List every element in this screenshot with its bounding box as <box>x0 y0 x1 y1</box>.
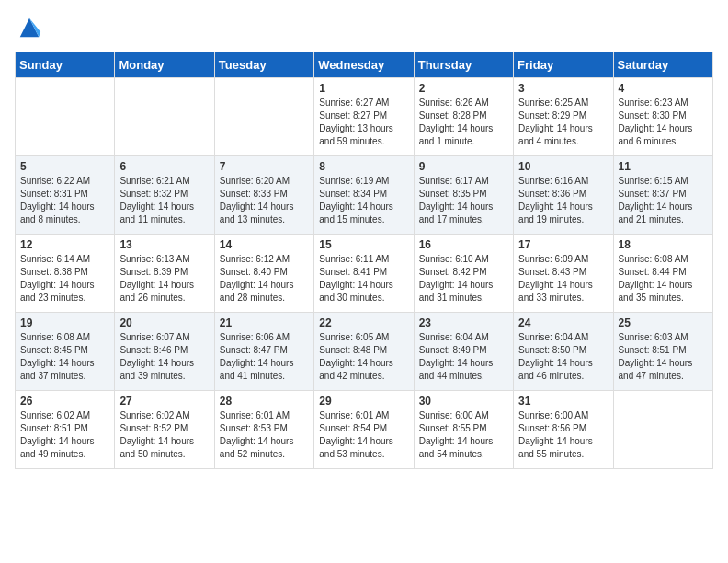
day-of-week-thursday: Thursday <box>414 52 513 78</box>
day-info: Sunrise: 6:09 AMSunset: 8:43 PMDaylight:… <box>518 253 608 304</box>
day-info: Sunrise: 6:27 AMSunset: 8:27 PMDaylight:… <box>319 97 408 148</box>
calendar-cell: 12Sunrise: 6:14 AMSunset: 8:38 PMDayligh… <box>16 235 115 313</box>
day-info: Sunrise: 6:11 AMSunset: 8:41 PMDaylight:… <box>319 253 408 304</box>
day-info: Sunrise: 6:07 AMSunset: 8:46 PMDaylight:… <box>119 331 209 383</box>
day-number: 15 <box>319 238 408 251</box>
calendar-cell: 15Sunrise: 6:11 AMSunset: 8:41 PMDayligh… <box>314 235 414 313</box>
day-info: Sunrise: 6:00 AMSunset: 8:56 PMDaylight:… <box>518 409 608 461</box>
day-number: 14 <box>220 238 309 251</box>
day-of-week-wednesday: Wednesday <box>314 52 414 78</box>
calendar-cell: 13Sunrise: 6:13 AMSunset: 8:39 PMDayligh… <box>115 235 214 313</box>
calendar-cell: 28Sunrise: 6:01 AMSunset: 8:53 PMDayligh… <box>214 391 313 469</box>
calendar-cell: 21Sunrise: 6:06 AMSunset: 8:47 PMDayligh… <box>214 313 313 391</box>
day-info: Sunrise: 6:23 AMSunset: 8:30 PMDaylight:… <box>619 97 708 148</box>
day-number: 27 <box>119 395 209 408</box>
day-info: Sunrise: 6:02 AMSunset: 8:51 PMDaylight:… <box>20 409 109 461</box>
day-number: 29 <box>319 395 408 408</box>
calendar-cell: 9Sunrise: 6:17 AMSunset: 8:35 PMDaylight… <box>414 156 513 235</box>
calendar-cell: 26Sunrise: 6:02 AMSunset: 8:51 PMDayligh… <box>16 391 115 469</box>
day-number: 12 <box>20 238 109 251</box>
calendar-cell: 7Sunrise: 6:20 AMSunset: 8:33 PMDaylight… <box>214 156 313 235</box>
calendar-cell: 18Sunrise: 6:08 AMSunset: 8:44 PMDayligh… <box>613 235 712 313</box>
day-number: 13 <box>119 238 209 251</box>
logo-icon <box>17 15 42 40</box>
day-number: 10 <box>518 160 608 173</box>
calendar-cell: 16Sunrise: 6:10 AMSunset: 8:42 PMDayligh… <box>414 235 513 313</box>
calendar-week-row: 5Sunrise: 6:22 AMSunset: 8:31 PMDaylight… <box>16 156 713 235</box>
day-of-week-friday: Friday <box>514 52 613 78</box>
calendar-cell: 2Sunrise: 6:26 AMSunset: 8:28 PMDaylight… <box>414 78 513 156</box>
calendar-cell: 24Sunrise: 6:04 AMSunset: 8:50 PMDayligh… <box>514 313 613 391</box>
day-number: 24 <box>518 316 608 329</box>
calendar-cell: 14Sunrise: 6:12 AMSunset: 8:40 PMDayligh… <box>214 235 313 313</box>
day-of-week-sunday: Sunday <box>16 52 115 78</box>
calendar-cell: 30Sunrise: 6:00 AMSunset: 8:55 PMDayligh… <box>414 391 513 469</box>
calendar-week-row: 12Sunrise: 6:14 AMSunset: 8:38 PMDayligh… <box>16 235 713 313</box>
page-header <box>15 15 713 40</box>
day-of-week-saturday: Saturday <box>613 52 712 78</box>
day-number: 30 <box>419 395 508 408</box>
day-info: Sunrise: 6:19 AMSunset: 8:34 PMDaylight:… <box>319 175 408 226</box>
day-number: 25 <box>619 316 708 329</box>
day-number: 6 <box>119 160 209 173</box>
day-number: 9 <box>419 160 508 173</box>
calendar-cell <box>16 78 115 156</box>
day-number: 18 <box>619 238 708 251</box>
day-number: 21 <box>220 316 309 329</box>
day-info: Sunrise: 6:14 AMSunset: 8:38 PMDaylight:… <box>20 253 109 304</box>
day-info: Sunrise: 6:06 AMSunset: 8:47 PMDaylight:… <box>220 331 309 383</box>
day-info: Sunrise: 6:04 AMSunset: 8:50 PMDaylight:… <box>518 331 608 383</box>
day-number: 23 <box>419 316 508 329</box>
calendar-cell: 27Sunrise: 6:02 AMSunset: 8:52 PMDayligh… <box>115 391 214 469</box>
calendar-week-row: 19Sunrise: 6:08 AMSunset: 8:45 PMDayligh… <box>16 313 713 391</box>
calendar-cell: 8Sunrise: 6:19 AMSunset: 8:34 PMDaylight… <box>314 156 414 235</box>
calendar-table: SundayMondayTuesdayWednesdayThursdayFrid… <box>15 52 713 469</box>
day-info: Sunrise: 6:08 AMSunset: 8:45 PMDaylight:… <box>20 331 109 383</box>
day-of-week-tuesday: Tuesday <box>214 52 313 78</box>
calendar-header-row: SundayMondayTuesdayWednesdayThursdayFrid… <box>16 52 713 78</box>
calendar-cell: 19Sunrise: 6:08 AMSunset: 8:45 PMDayligh… <box>16 313 115 391</box>
day-number: 4 <box>619 82 708 95</box>
calendar-cell: 1Sunrise: 6:27 AMSunset: 8:27 PMDaylight… <box>314 78 414 156</box>
day-number: 7 <box>220 160 309 173</box>
day-number: 17 <box>518 238 608 251</box>
day-info: Sunrise: 6:05 AMSunset: 8:48 PMDaylight:… <box>319 331 408 383</box>
calendar-cell: 31Sunrise: 6:00 AMSunset: 8:56 PMDayligh… <box>514 391 613 469</box>
calendar-cell: 20Sunrise: 6:07 AMSunset: 8:46 PMDayligh… <box>115 313 214 391</box>
day-number: 11 <box>619 160 708 173</box>
day-number: 5 <box>20 160 109 173</box>
day-info: Sunrise: 6:26 AMSunset: 8:28 PMDaylight:… <box>419 97 508 148</box>
calendar-week-row: 1Sunrise: 6:27 AMSunset: 8:27 PMDaylight… <box>16 78 713 156</box>
day-info: Sunrise: 6:00 AMSunset: 8:55 PMDaylight:… <box>419 409 508 461</box>
day-info: Sunrise: 6:15 AMSunset: 8:37 PMDaylight:… <box>619 175 708 226</box>
day-number: 31 <box>518 395 608 408</box>
calendar-cell: 22Sunrise: 6:05 AMSunset: 8:48 PMDayligh… <box>314 313 414 391</box>
day-info: Sunrise: 6:10 AMSunset: 8:42 PMDaylight:… <box>419 253 508 304</box>
day-info: Sunrise: 6:16 AMSunset: 8:36 PMDaylight:… <box>518 175 608 226</box>
day-info: Sunrise: 6:08 AMSunset: 8:44 PMDaylight:… <box>619 253 708 304</box>
day-number: 20 <box>119 316 209 329</box>
day-number: 1 <box>319 82 408 95</box>
day-info: Sunrise: 6:21 AMSunset: 8:32 PMDaylight:… <box>119 175 209 226</box>
day-number: 2 <box>419 82 508 95</box>
calendar-cell: 23Sunrise: 6:04 AMSunset: 8:49 PMDayligh… <box>414 313 513 391</box>
day-number: 28 <box>220 395 309 408</box>
day-number: 16 <box>419 238 508 251</box>
calendar-cell <box>115 78 214 156</box>
day-number: 3 <box>518 82 608 95</box>
day-info: Sunrise: 6:01 AMSunset: 8:54 PMDaylight:… <box>319 409 408 461</box>
day-of-week-monday: Monday <box>115 52 214 78</box>
calendar-cell: 17Sunrise: 6:09 AMSunset: 8:43 PMDayligh… <box>514 235 613 313</box>
day-info: Sunrise: 6:12 AMSunset: 8:40 PMDaylight:… <box>220 253 309 304</box>
calendar-cell: 6Sunrise: 6:21 AMSunset: 8:32 PMDaylight… <box>115 156 214 235</box>
day-info: Sunrise: 6:13 AMSunset: 8:39 PMDaylight:… <box>119 253 209 304</box>
calendar-cell: 5Sunrise: 6:22 AMSunset: 8:31 PMDaylight… <box>16 156 115 235</box>
calendar-cell <box>214 78 313 156</box>
day-info: Sunrise: 6:25 AMSunset: 8:29 PMDaylight:… <box>518 97 608 148</box>
calendar-cell: 11Sunrise: 6:15 AMSunset: 8:37 PMDayligh… <box>613 156 712 235</box>
calendar-cell: 10Sunrise: 6:16 AMSunset: 8:36 PMDayligh… <box>514 156 613 235</box>
day-info: Sunrise: 6:20 AMSunset: 8:33 PMDaylight:… <box>220 175 309 226</box>
calendar-cell <box>613 391 712 469</box>
day-info: Sunrise: 6:04 AMSunset: 8:49 PMDaylight:… <box>419 331 508 383</box>
day-info: Sunrise: 6:22 AMSunset: 8:31 PMDaylight:… <box>20 175 109 226</box>
